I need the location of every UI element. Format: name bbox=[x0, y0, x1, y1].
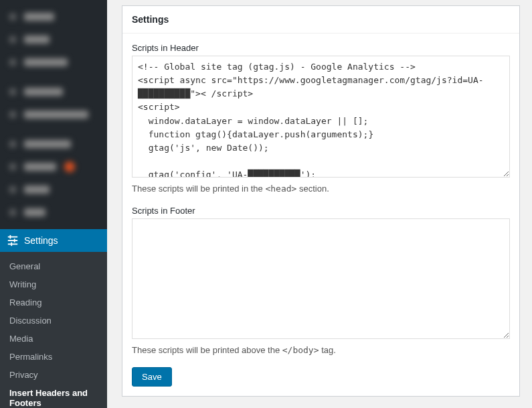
footer-scripts-textarea[interactable] bbox=[132, 218, 510, 339]
menu-icon bbox=[7, 138, 19, 150]
svg-point-3 bbox=[9, 88, 16, 95]
svg-point-2 bbox=[9, 58, 16, 66]
svg-rect-12 bbox=[10, 235, 11, 239]
footer-scripts-help: These scripts will be printed above the … bbox=[132, 345, 510, 355]
sidebar-item-settings[interactable]: Settings bbox=[0, 229, 107, 252]
sidebar-item-label: Settings bbox=[24, 235, 58, 246]
menu-icon bbox=[7, 161, 19, 173]
header-scripts-help: These scripts will be printed in the <he… bbox=[132, 184, 510, 194]
menu-icon bbox=[7, 86, 19, 98]
menu-icon bbox=[7, 109, 19, 121]
footer-scripts-label: Scripts in Footer bbox=[132, 206, 510, 216]
sliders-icon bbox=[7, 234, 19, 247]
submenu-item-insert-headers-and-footers[interactable]: Insert Headers and Footers bbox=[0, 384, 107, 408]
menu-icon bbox=[7, 33, 19, 46]
menu-icon bbox=[7, 184, 19, 196]
svg-point-5 bbox=[9, 140, 16, 147]
settings-panel: Settings Scripts in Header These scripts… bbox=[122, 5, 520, 397]
menu-icon bbox=[7, 56, 19, 68]
submenu-item-discussion[interactable]: Discussion bbox=[0, 312, 107, 330]
menu-icon bbox=[7, 11, 19, 23]
admin-sidebar: Settings GeneralWritingReadingDiscussion… bbox=[0, 0, 107, 408]
svg-rect-9 bbox=[8, 236, 17, 238]
sidebar-item-blurred[interactable] bbox=[0, 201, 107, 224]
sidebar-item-blurred[interactable] bbox=[0, 155, 107, 178]
main-content: Settings Scripts in Header These scripts… bbox=[107, 0, 532, 408]
submenu-item-writing[interactable]: Writing bbox=[0, 275, 107, 293]
sidebar-blurred-section bbox=[0, 0, 107, 229]
submenu-item-general[interactable]: General bbox=[0, 257, 107, 275]
submenu-item-reading[interactable]: Reading bbox=[0, 293, 107, 312]
svg-point-0 bbox=[9, 13, 16, 20]
submenu-item-privacy[interactable]: Privacy bbox=[0, 366, 107, 384]
svg-rect-11 bbox=[8, 244, 17, 245]
sidebar-item-blurred[interactable] bbox=[0, 80, 107, 103]
sidebar-item-blurred[interactable] bbox=[0, 133, 107, 155]
svg-point-8 bbox=[9, 208, 16, 216]
sidebar-item-blurred[interactable] bbox=[0, 51, 107, 74]
submenu-item-permalinks[interactable]: Permalinks bbox=[0, 348, 107, 366]
save-button[interactable]: Save bbox=[132, 367, 172, 387]
menu-icon bbox=[7, 206, 19, 218]
svg-rect-10 bbox=[8, 240, 17, 241]
header-scripts-label: Scripts in Header bbox=[132, 43, 510, 53]
svg-point-1 bbox=[9, 36, 16, 43]
sidebar-item-blurred[interactable] bbox=[0, 178, 107, 201]
svg-point-7 bbox=[9, 186, 16, 193]
submenu-item-media[interactable]: Media bbox=[0, 330, 107, 348]
update-badge bbox=[64, 161, 75, 172]
header-scripts-textarea[interactable] bbox=[132, 56, 510, 178]
settings-submenu: GeneralWritingReadingDiscussionMediaPerm… bbox=[0, 252, 107, 408]
svg-point-6 bbox=[9, 163, 16, 170]
svg-rect-14 bbox=[11, 243, 12, 246]
svg-point-4 bbox=[9, 111, 16, 118]
sidebar-item-blurred[interactable] bbox=[0, 103, 107, 126]
sidebar-item-blurred[interactable] bbox=[0, 28, 107, 51]
svg-rect-13 bbox=[14, 239, 15, 242]
sidebar-item-blurred[interactable] bbox=[0, 5, 107, 28]
panel-title: Settings bbox=[122, 6, 519, 33]
